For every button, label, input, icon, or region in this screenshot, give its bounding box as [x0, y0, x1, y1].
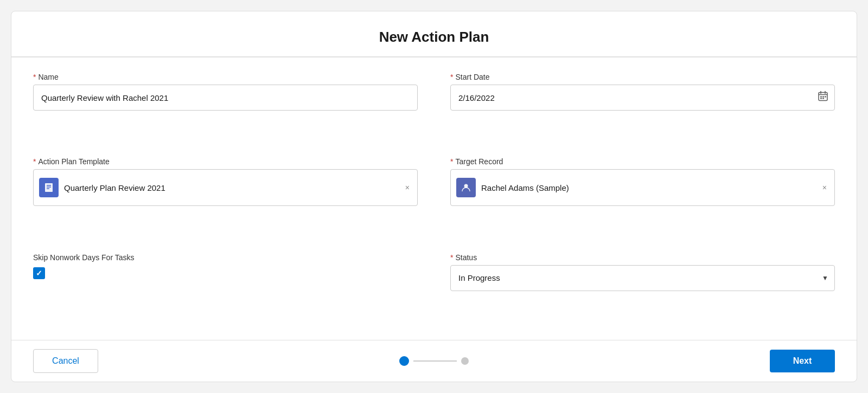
skip-nonwork-checkbox[interactable]: [33, 267, 45, 279]
svg-rect-4: [820, 96, 822, 98]
status-required-star: *: [450, 253, 453, 262]
next-button[interactable]: Next: [770, 350, 835, 372]
skip-nonwork-checkbox-wrapper: [33, 267, 418, 279]
contact-icon-box: [456, 178, 476, 197]
action-plan-template-lookup[interactable]: Quarterly Plan Review 2021 ×: [33, 169, 418, 206]
target-record-clear-button[interactable]: ×: [820, 181, 829, 194]
progress-line: [413, 360, 457, 362]
template-icon-box: [39, 178, 59, 197]
name-field-group: * Name: [33, 73, 418, 144]
skip-nonwork-group: Skip Nonwork Days For Tasks: [33, 253, 418, 325]
svg-rect-9: [45, 183, 53, 192]
start-date-field-group: * Start Date: [450, 73, 835, 144]
progress-step-2: [461, 357, 469, 365]
progress-indicator: [399, 356, 469, 366]
status-field-group: * Status In Progress Not Started Complet…: [450, 253, 835, 325]
start-date-label: * Start Date: [450, 73, 835, 81]
target-record-lookup[interactable]: Rachel Adams (Sample) ×: [450, 169, 835, 206]
modal-footer: Cancel Next: [11, 340, 857, 382]
name-input[interactable]: [33, 85, 418, 111]
target-record-value: Rachel Adams (Sample): [481, 183, 815, 192]
status-label: * Status: [450, 253, 835, 262]
calendar-icon[interactable]: [818, 91, 828, 105]
svg-rect-6: [825, 96, 826, 98]
target-record-field-group: * Target Record Rachel Adams (Sample) ×: [450, 157, 835, 240]
name-label: * Name: [33, 73, 418, 81]
action-plan-template-field-group: * Action Plan Template Quarterly Plan Re…: [33, 157, 418, 240]
svg-rect-5: [822, 96, 824, 98]
name-required-star: *: [33, 73, 36, 81]
target-required-star: *: [450, 157, 453, 166]
template-clear-button[interactable]: ×: [403, 181, 412, 194]
modal-body: * Name * Start Date: [11, 57, 857, 340]
status-select[interactable]: In Progress Not Started Completed Cancel…: [450, 265, 835, 291]
modal-dialog: New Action Plan * Name * Start Date: [11, 11, 857, 382]
progress-step-1: [399, 356, 409, 366]
action-plan-template-label: * Action Plan Template: [33, 157, 418, 166]
cancel-button[interactable]: Cancel: [33, 349, 98, 373]
template-value: Quarterly Plan Review 2021: [64, 183, 398, 192]
template-required-star: *: [33, 157, 36, 166]
date-input-wrapper: [450, 85, 835, 111]
modal-header: New Action Plan: [11, 11, 857, 57]
svg-rect-7: [820, 98, 822, 99]
start-date-input[interactable]: [450, 85, 835, 111]
modal-title: New Action Plan: [11, 29, 857, 46]
svg-rect-8: [822, 98, 824, 99]
skip-nonwork-label: Skip Nonwork Days For Tasks: [33, 253, 418, 262]
start-date-required-star: *: [450, 73, 453, 81]
target-record-label: * Target Record: [450, 157, 835, 166]
status-select-wrapper: In Progress Not Started Completed Cancel…: [450, 265, 835, 291]
